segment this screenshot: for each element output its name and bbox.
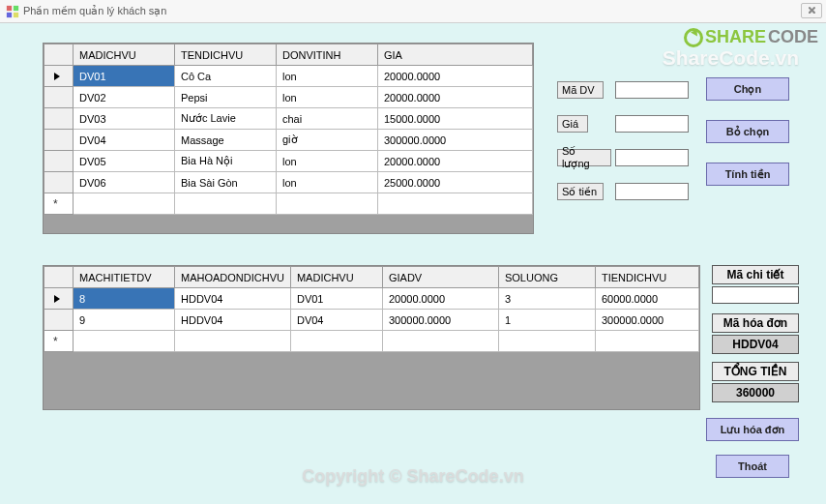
svg-rect-1	[14, 5, 18, 10]
col-tendichvu[interactable]: TENDICHVU	[175, 44, 277, 66]
table-row[interactable]: DV03Nước Laviechai15000.0000	[44, 108, 533, 130]
tinhtien-button[interactable]: Tính tiền	[706, 163, 789, 186]
cell[interactable]: DV04	[74, 130, 175, 151]
table-row[interactable]: DV01Cô Calon20000.0000	[44, 66, 533, 87]
sotien-input[interactable]	[615, 183, 689, 200]
table-row[interactable]: DV06Bia Sài Gònlon25000.0000	[44, 172, 533, 193]
cell[interactable]	[378, 193, 533, 215]
grid2-corner[interactable]	[44, 267, 74, 288]
madv-label: Mã DV	[557, 81, 604, 99]
cell[interactable]: lon	[277, 66, 378, 87]
bochon-button[interactable]: Bỏ chọn	[706, 120, 789, 143]
cell[interactable]: Bia Hà Nội	[175, 151, 277, 172]
cell[interactable]: 300000.0000	[378, 130, 533, 151]
cell[interactable]	[498, 331, 595, 352]
col-tiendichvu[interactable]: TIENDICHVU	[595, 267, 698, 288]
cell[interactable]: 9	[74, 310, 175, 331]
cell[interactable]: HDDV04	[175, 288, 291, 310]
window-close-button[interactable]: 🗙	[801, 3, 822, 18]
cell[interactable]: 20000.0000	[378, 66, 533, 87]
col-giadv[interactable]: GIADV	[382, 267, 498, 288]
cell[interactable]	[74, 331, 175, 352]
row-header[interactable]	[44, 310, 74, 331]
row-header[interactable]	[44, 172, 74, 193]
soluong-input[interactable]	[615, 149, 689, 166]
row-header[interactable]	[44, 130, 74, 151]
cell[interactable]: Massage	[175, 130, 277, 151]
cell[interactable]: 8	[74, 288, 175, 310]
table-row[interactable]: 9HDDV04DV04300000.00001300000.0000	[44, 310, 699, 331]
cell[interactable]: DV02	[74, 87, 175, 108]
row-header[interactable]	[44, 288, 74, 310]
cell[interactable]	[382, 331, 498, 352]
cell[interactable]: DV03	[74, 108, 175, 130]
col-mahoadondichvu[interactable]: MAHOADONDICHVU	[175, 267, 291, 288]
machitiet-value	[712, 286, 799, 304]
svg-rect-0	[7, 5, 12, 10]
cell[interactable]: 20000.0000	[378, 87, 533, 108]
new-row[interactable]: *	[44, 193, 533, 215]
row-header[interactable]	[44, 151, 74, 172]
cell[interactable]	[74, 193, 175, 215]
cell[interactable]: lon	[277, 172, 378, 193]
svg-rect-3	[14, 12, 18, 16]
col-madichvu[interactable]: MADICHVU	[74, 44, 175, 66]
cell[interactable]: HDDV04	[175, 310, 291, 331]
cell[interactable]: Pepsi	[175, 87, 277, 108]
table-row[interactable]: 8HDDV04DV0120000.0000360000.0000	[44, 288, 699, 310]
table-row[interactable]: DV04Massagegiờ300000.0000	[44, 130, 533, 151]
cell[interactable]: 3	[498, 288, 595, 310]
row-header[interactable]	[44, 108, 74, 130]
col-madichvu2[interactable]: MADICHVU	[290, 267, 382, 288]
table-row[interactable]: DV05Bia Hà Nộilon20000.0000	[44, 151, 533, 172]
cell[interactable]: DV01	[290, 288, 382, 310]
cell[interactable]: 300000.0000	[382, 310, 498, 331]
cell[interactable]	[595, 331, 698, 352]
cell[interactable]: DV01	[74, 66, 175, 87]
cell[interactable]: lon	[277, 151, 378, 172]
col-soluong[interactable]: SOLUONG	[498, 267, 595, 288]
titlebar[interactable]: Phần mềm quản lý khách sạn 🗙	[0, 0, 826, 23]
services-grid[interactable]: MADICHVU TENDICHVU DONVITINH GIA DV01Cô …	[43, 43, 534, 234]
thoat-button[interactable]: Thoát	[716, 455, 789, 478]
cell[interactable]: giờ	[277, 130, 378, 151]
cell[interactable]: Cô Ca	[175, 66, 277, 87]
cell[interactable]: DV04	[290, 310, 382, 331]
cell[interactable]: Nước Lavie	[175, 108, 277, 130]
madv-input[interactable]	[615, 81, 689, 99]
col-machitietdv[interactable]: MACHITIETDV	[74, 267, 175, 288]
cell[interactable]: Bia Sài Gòn	[175, 172, 277, 193]
cell[interactable]: 1	[498, 310, 595, 331]
cell[interactable]: 25000.0000	[378, 172, 533, 193]
row-header[interactable]: *	[44, 331, 74, 352]
table-row[interactable]: DV02Pepsilon20000.0000	[44, 87, 533, 108]
cell[interactable]: 15000.0000	[378, 108, 533, 130]
svg-rect-2	[7, 12, 12, 16]
gia-input[interactable]	[615, 115, 689, 133]
cell[interactable]: chai	[277, 108, 378, 130]
cell[interactable]: DV06	[74, 172, 175, 193]
col-gia[interactable]: GIA	[378, 44, 533, 66]
cell[interactable]: 20000.0000	[378, 151, 533, 172]
cell[interactable]: 20000.0000	[382, 288, 498, 310]
cell[interactable]: 300000.0000	[595, 310, 698, 331]
cell[interactable]	[175, 331, 291, 352]
new-row[interactable]: *	[44, 331, 699, 352]
soluong-label: Số lượng	[557, 149, 611, 166]
cell[interactable]	[290, 331, 382, 352]
details-grid[interactable]: MACHITIETDV MAHOADONDICHVU MADICHVU GIAD…	[43, 265, 700, 410]
cell[interactable]	[175, 193, 277, 215]
cell[interactable]: 60000.0000	[595, 288, 698, 310]
cell[interactable]	[277, 193, 378, 215]
row-header[interactable]	[44, 66, 74, 87]
row-header[interactable]	[44, 87, 74, 108]
chon-button[interactable]: Chọn	[706, 77, 789, 101]
cell[interactable]: lon	[277, 87, 378, 108]
window-title: Phần mềm quản lý khách sạn	[23, 5, 166, 17]
grid-corner[interactable]	[44, 44, 74, 66]
row-header[interactable]: *	[44, 193, 74, 215]
cell[interactable]: DV05	[74, 151, 175, 172]
col-donvitinh[interactable]: DONVITINH	[277, 44, 378, 66]
luuhoadon-button[interactable]: Lưu hóa đơn	[706, 418, 799, 441]
sharecode-logo: SHARECODE	[684, 27, 818, 47]
